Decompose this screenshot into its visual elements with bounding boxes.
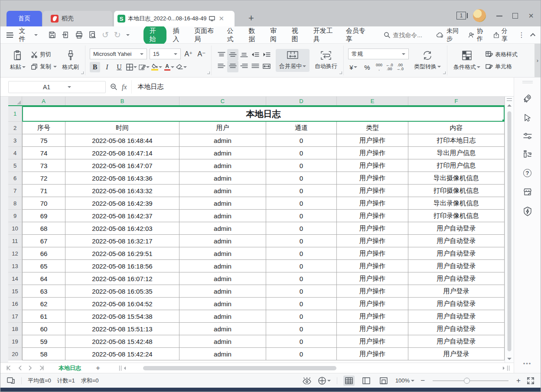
row-number[interactable]: 5	[8, 159, 22, 172]
data-cell[interactable]: admin	[179, 172, 266, 185]
data-cell[interactable]: 用户操作	[337, 134, 408, 147]
data-cell[interactable]: 2022-05-08 16:07:12	[65, 272, 179, 285]
data-cell[interactable]: admin	[179, 222, 266, 235]
zoom-slider-knob[interactable]	[464, 378, 470, 384]
data-cell[interactable]: 69	[22, 210, 65, 222]
row-number[interactable]: 14	[8, 272, 22, 285]
data-cell[interactable]: admin	[179, 272, 266, 285]
data-cell[interactable]: 2022-05-08 16:47:07	[65, 159, 179, 172]
row-number[interactable]: 13	[8, 260, 22, 272]
data-cell[interactable]: 2022-05-08 15:54:38	[65, 310, 179, 323]
data-cell[interactable]: 0	[266, 210, 337, 222]
number-format-select[interactable]: 常规	[348, 49, 409, 59]
last-sheet-button[interactable]	[39, 366, 44, 370]
window-count-badge[interactable]: 1	[456, 12, 466, 19]
merge-center-button[interactable]: 合并居中	[276, 49, 310, 72]
menu-tab-3[interactable]: 公式	[223, 25, 243, 45]
data-cell[interactable]: 0	[266, 185, 337, 197]
collaborate-button[interactable]: 协作	[468, 27, 487, 43]
merged-title-cell[interactable]: 本地日志	[22, 106, 505, 122]
horizontal-scroll-thumb[interactable]	[143, 366, 336, 370]
decrease-font-button[interactable]: A⁻	[196, 49, 207, 59]
data-cell[interactable]: 74	[22, 147, 65, 159]
prev-sheet-button[interactable]	[18, 366, 22, 370]
data-cell[interactable]: admin	[179, 310, 266, 323]
data-cell[interactable]: admin	[179, 235, 266, 247]
maximize-button[interactable]	[512, 12, 518, 20]
hscroll-right-grip[interactable]	[507, 366, 509, 371]
data-cell[interactable]: 67	[22, 235, 65, 247]
paste-convert-icon[interactable]	[523, 150, 532, 159]
increase-indent-button[interactable]	[261, 49, 272, 61]
data-cell[interactable]: 2022-05-08 16:43:36	[65, 172, 179, 185]
data-cell[interactable]: 73	[22, 159, 65, 172]
first-sheet-button[interactable]	[7, 366, 11, 370]
fill-color-button[interactable]	[151, 62, 162, 72]
font-dialog-launcher[interactable]	[207, 71, 210, 74]
skill-shop-icon[interactable]	[523, 188, 532, 196]
cut-button[interactable]: 剪切	[31, 51, 57, 58]
save-icon[interactable]	[48, 31, 56, 39]
data-cell[interactable]: 用户操作	[337, 310, 408, 323]
quick-access-dropdown-icon[interactable]	[126, 34, 130, 38]
settings-sliders-icon[interactable]	[523, 133, 532, 139]
horizontal-scrollbar[interactable]	[128, 366, 500, 370]
data-cell[interactable]: 用户操作	[337, 222, 408, 235]
extract-content-icon[interactable]	[7, 377, 15, 384]
help-icon[interactable]: ?	[523, 169, 531, 177]
header-cell[interactable]: 序号	[22, 122, 65, 134]
data-cell[interactable]: 0	[266, 159, 337, 172]
menu-tab-2[interactable]: 页面布局	[190, 25, 221, 45]
data-cell[interactable]: 用户自动登录	[408, 260, 505, 272]
data-cell[interactable]: 用户自动登录	[408, 235, 505, 247]
minimize-button[interactable]	[496, 12, 502, 19]
data-cell[interactable]: 2022-05-08 15:42:24	[65, 348, 179, 360]
menu-tab-8[interactable]: 会员专享	[342, 25, 372, 45]
data-cell[interactable]: 2022-05-08 16:42:03	[65, 222, 179, 235]
row-number[interactable]: 2	[8, 122, 22, 134]
row-number[interactable]: 20	[8, 348, 22, 360]
data-cell[interactable]: 导出用户信息	[408, 147, 505, 159]
data-cell[interactable]: admin	[179, 134, 266, 147]
underline-button[interactable]: U	[114, 62, 124, 72]
zoom-level-select[interactable]: 100%	[395, 377, 414, 384]
borders-button[interactable]	[126, 62, 137, 72]
header-cell[interactable]: 类型	[337, 122, 408, 134]
sidebar-more-icon[interactable]: •••	[523, 360, 532, 367]
search-input[interactable]	[393, 32, 433, 39]
data-cell[interactable]: admin	[179, 159, 266, 172]
data-cell[interactable]: 打印摄像机信息	[408, 185, 505, 197]
data-cell[interactable]: 0	[266, 222, 337, 235]
more-menu-icon[interactable]: ⋮	[518, 31, 525, 39]
data-cell[interactable]: 用户操作	[337, 260, 408, 272]
vertical-scrollbar[interactable]	[505, 97, 514, 363]
row-number[interactable]: 19	[8, 335, 22, 348]
print-preview-icon[interactable]	[88, 31, 97, 39]
data-cell[interactable]: 用户操作	[337, 235, 408, 247]
draw-border-button[interactable]	[139, 62, 150, 72]
data-cell[interactable]: 用户操作	[337, 348, 408, 360]
data-cell[interactable]: 用户操作	[337, 147, 408, 159]
conditional-format-button[interactable]: 条件格式	[452, 49, 482, 72]
rocket-icon[interactable]	[523, 94, 532, 103]
user-avatar[interactable]	[473, 9, 486, 22]
align-right-button[interactable]	[238, 61, 250, 72]
pan-mode-icon[interactable]	[318, 376, 331, 385]
bold-button[interactable]: B	[90, 62, 100, 72]
data-cell[interactable]: 2022-05-08 16:32:17	[65, 235, 179, 247]
row-number[interactable]: 9	[8, 210, 22, 222]
zoom-slider[interactable]	[433, 380, 508, 381]
type-convert-button[interactable]: 类型转换	[412, 49, 443, 71]
data-cell[interactable]: 59	[22, 335, 65, 348]
cloud-sync-icon[interactable]: 未同步	[436, 27, 462, 43]
row-number[interactable]: 16	[8, 298, 22, 310]
font-color-button[interactable]: A	[164, 62, 174, 72]
data-cell[interactable]: 用户登录	[408, 285, 505, 298]
data-cell[interactable]: 72	[22, 172, 65, 185]
data-cell[interactable]: 用户操作	[337, 159, 408, 172]
lightning-icon[interactable]	[523, 207, 532, 216]
data-cell[interactable]: 2022-05-08 16:47:14	[65, 147, 179, 159]
data-cell[interactable]: 导出录像机信息	[408, 197, 505, 210]
decrease-decimal-button[interactable]: .00→.0	[397, 63, 404, 71]
data-cell[interactable]: admin	[179, 323, 266, 335]
